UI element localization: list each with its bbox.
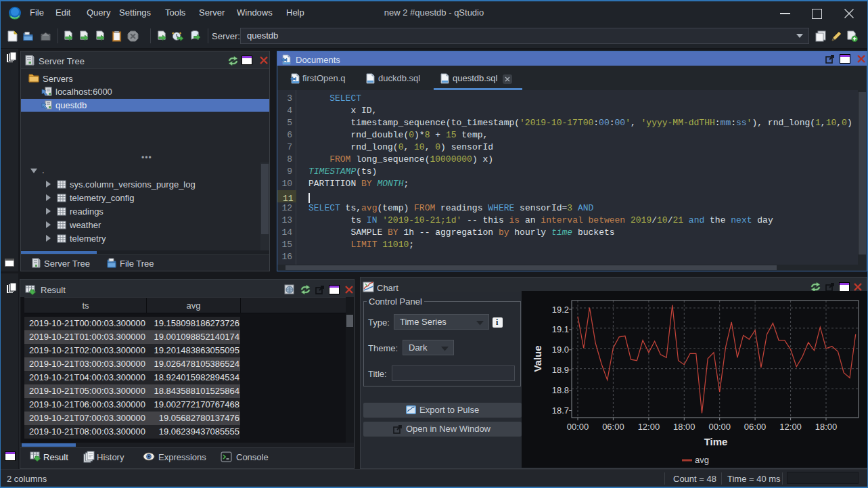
svg-text:19.0: 19.0: [552, 345, 569, 355]
svg-text:18.7: 18.7: [552, 405, 569, 416]
svg-text:18.9: 18.9: [552, 365, 569, 375]
svg-text:18:00: 18:00: [673, 422, 695, 432]
svg-text:06:00: 06:00: [602, 422, 624, 432]
svg-text:Value: Value: [532, 345, 543, 372]
svg-text:18.8: 18.8: [552, 385, 569, 395]
svg-text:avg: avg: [695, 455, 709, 465]
svg-text:12:00: 12:00: [638, 422, 660, 432]
svg-text:00:00: 00:00: [567, 422, 589, 432]
svg-text:06:00: 06:00: [744, 422, 767, 432]
svg-text:19.2: 19.2: [552, 305, 569, 315]
svg-text:Time: Time: [704, 436, 728, 447]
svg-text:19.1: 19.1: [552, 324, 569, 334]
svg-text:12:00: 12:00: [779, 422, 802, 432]
svg-text:00:00: 00:00: [708, 422, 731, 432]
svg-text:18:00: 18:00: [815, 422, 838, 432]
